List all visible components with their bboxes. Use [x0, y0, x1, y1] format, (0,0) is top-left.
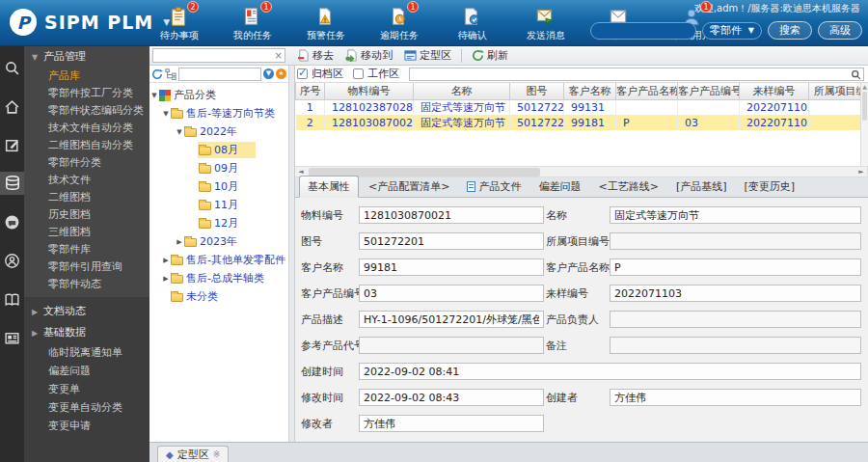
tree-node[interactable]: ▼ 2022年: [149, 122, 288, 141]
scroll-right-icon[interactable]: ►: [855, 167, 867, 177]
sidebar-item[interactable]: 零部件按工厂分类: [24, 85, 149, 102]
sidebar-item[interactable]: 零部件库: [24, 241, 149, 258]
sidebar-group-product-header[interactable]: ▼产品管理: [24, 46, 149, 68]
edit-icon[interactable]: [0, 133, 24, 156]
remove-button[interactable]: 移去: [291, 47, 339, 65]
modifier-field[interactable]: [359, 415, 544, 432]
tree-structure-icon[interactable]: [165, 68, 176, 80]
material-no-field[interactable]: [359, 206, 544, 224]
quick-filter-input[interactable]: ×: [152, 48, 285, 63]
tab-basic-properties[interactable]: 基本属性: [299, 176, 359, 198]
name-field[interactable]: [610, 206, 861, 224]
sidebar-item[interactable]: 零部件状态编码分类: [24, 102, 149, 120]
tree-node[interactable]: 12月: [149, 214, 288, 232]
tab-process-route[interactable]: <工艺路线>: [590, 177, 665, 197]
customer-product-name-field[interactable]: [610, 258, 861, 276]
column-header[interactable]: 客户产品编号: [678, 83, 740, 99]
support-icon[interactable]: [0, 249, 24, 272]
global-search-input[interactable]: [590, 22, 696, 40]
id-card-icon[interactable]: [0, 326, 24, 349]
archive-checkbox[interactable]: [297, 68, 308, 79]
database-module-icon[interactable]: [0, 172, 24, 195]
sidebar-item[interactable]: 技术文件自动分类: [24, 120, 149, 137]
move-to-button[interactable]: 移动到: [339, 47, 398, 65]
tree-root[interactable]: ▼ 产品分类: [149, 86, 288, 104]
sidebar-item-product-library[interactable]: 产品库: [24, 68, 149, 85]
tree-node[interactable]: ▶ 售后-其他单发零配件: [149, 251, 288, 269]
sidebar-group-doc-header[interactable]: ▶文档动态: [24, 301, 149, 322]
table-row[interactable]: 1 1281023870289 固定式等速万向节 501272201 99131…: [296, 99, 868, 115]
scrollbar-thumb[interactable]: [862, 92, 867, 121]
sidebar-item[interactable]: 偏差问题: [24, 362, 149, 380]
nav-todo[interactable]: 2 待办事项: [154, 6, 204, 42]
advanced-search-button[interactable]: 高级: [818, 21, 862, 40]
column-header[interactable]: 名称: [414, 83, 510, 99]
fixed-zone-bottom-tab[interactable]: ◆ 定型区 ※: [157, 446, 229, 462]
sidebar-item[interactable]: 临时脱离通知单: [24, 343, 149, 362]
remark-field[interactable]: [610, 337, 861, 354]
reference-product-code-field[interactable]: [359, 337, 544, 354]
tree-node[interactable]: ▶ 售后-总成半轴类: [149, 269, 288, 287]
tree-search-input[interactable]: [178, 68, 261, 81]
tree-node-selected[interactable]: 08月: [149, 141, 288, 159]
product-description-field[interactable]: [359, 311, 544, 328]
column-header[interactable]: 所属项目编号: [809, 83, 868, 99]
tree-node[interactable]: 10月: [149, 177, 288, 196]
pin-icon[interactable]: ※: [213, 449, 221, 459]
workspace-checkbox[interactable]: [353, 68, 364, 79]
tab-product-files[interactable]: 产品文件: [459, 177, 529, 197]
fixed-zone-button[interactable]: 定型区: [398, 47, 457, 65]
nav-to-confirm[interactable]: 待确认: [448, 6, 498, 42]
sidebar-item[interactable]: 变更申请: [24, 417, 149, 435]
home-icon[interactable]: [0, 95, 24, 118]
create-time-field[interactable]: [359, 363, 861, 380]
sidebar-item[interactable]: 变更单: [24, 380, 149, 398]
nav-my-tasks[interactable]: 1 我的任务: [228, 6, 278, 42]
clear-icon[interactable]: ×: [275, 49, 283, 63]
column-header[interactable]: 来样编号: [740, 83, 809, 99]
chat-icon[interactable]: [0, 210, 24, 233]
sample-no-field[interactable]: [610, 285, 861, 302]
column-header[interactable]: 图号: [510, 83, 564, 99]
grid-vertical-scrollbar[interactable]: ▲: [860, 83, 868, 166]
refresh-button[interactable]: 刷新: [466, 47, 514, 65]
search-module-icon[interactable]: [0, 56, 24, 79]
tab-product-bom[interactable]: <产品配置清单>: [361, 177, 457, 197]
triangle-down-icon[interactable]: ▼: [149, 92, 159, 99]
sidebar-item[interactable]: 零部件引用查询: [24, 258, 149, 276]
column-header[interactable]: 序号: [296, 83, 325, 99]
nav-overdue-tasks[interactable]: 1 逾期任务: [374, 6, 424, 42]
customer-name-field[interactable]: [359, 258, 544, 276]
book-icon[interactable]: [0, 287, 24, 311]
scroll-up-icon[interactable]: ▲: [861, 83, 868, 91]
tree-node[interactable]: ▶ 2023年: [149, 232, 288, 251]
sidebar-item[interactable]: 二维图档自动分类: [24, 137, 149, 154]
sidebar-item[interactable]: 零部件动态: [24, 276, 149, 293]
tree-node[interactable]: 未分类: [149, 287, 288, 306]
tab-change-history[interactable]: [变更历史]: [736, 177, 802, 197]
sidebar-item[interactable]: 历史图档: [24, 206, 149, 224]
tree-node[interactable]: 09月: [149, 159, 288, 177]
tree-node[interactable]: ▼ 售后-等速万向节类: [149, 104, 288, 122]
column-header[interactable]: 物料编号: [325, 83, 414, 99]
tree-locate-button[interactable]: ★: [276, 68, 286, 79]
project-no-field[interactable]: [610, 232, 861, 250]
tab-deviation-issues[interactable]: 偏差问题: [530, 177, 588, 197]
search-button[interactable]: 搜索: [768, 21, 812, 40]
product-owner-field[interactable]: [610, 311, 861, 328]
column-header[interactable]: 客户产品名称: [616, 83, 678, 99]
nav-warning-tasks[interactable]: 预警任务: [301, 6, 351, 42]
grid-search-input[interactable]: [409, 68, 864, 81]
sidebar-item[interactable]: 三维图档: [24, 224, 149, 241]
drawing-no-field[interactable]: [359, 232, 544, 250]
nav-send-message[interactable]: 发送消息: [521, 6, 571, 42]
creator-field[interactable]: [610, 389, 861, 406]
table-row-selected[interactable]: 2 1281030870021 固定式等速万向节 501272201 99181…: [296, 115, 868, 130]
sidebar-item[interactable]: 零部件分类: [24, 154, 149, 172]
sidebar-group-base-header[interactable]: ▶基础数据: [24, 322, 149, 343]
app-logo[interactable]: P SIPM PLM ▼: [10, 9, 170, 36]
tree-refresh-icon[interactable]: [151, 68, 163, 80]
tree-search-next-button[interactable]: ▼: [263, 68, 274, 79]
modify-time-field[interactable]: [359, 389, 544, 406]
search-category-select[interactable]: 零部件 ▼: [702, 22, 762, 40]
